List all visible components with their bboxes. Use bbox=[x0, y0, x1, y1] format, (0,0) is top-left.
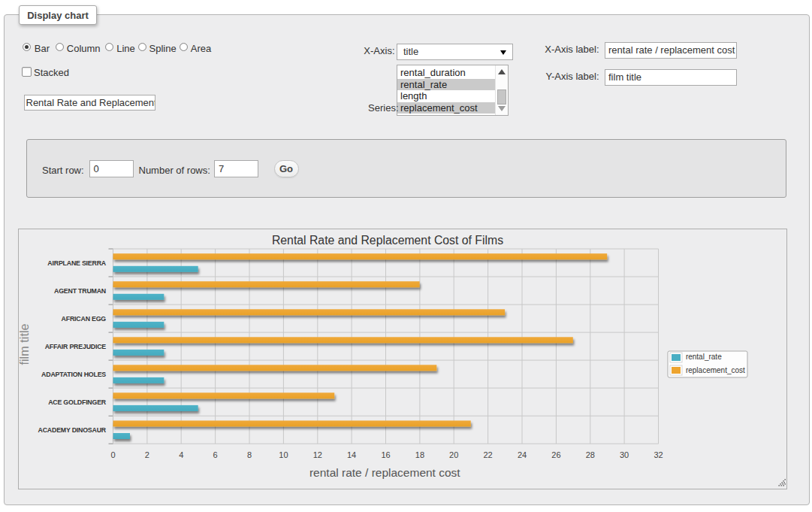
svg-text:8: 8 bbox=[247, 450, 252, 459]
svg-text:AIRPLANE SIERRA: AIRPLANE SIERRA bbox=[47, 259, 106, 267]
svg-text:32: 32 bbox=[654, 450, 663, 459]
svg-text:ADAPTATION HOLES: ADAPTATION HOLES bbox=[41, 371, 106, 378]
svg-text:18: 18 bbox=[415, 450, 424, 459]
svg-text:rental_rate: rental_rate bbox=[686, 353, 722, 361]
svg-text:AFFAIR PREJUDICE: AFFAIR PREJUDICE bbox=[45, 343, 107, 350]
svg-text:28: 28 bbox=[586, 450, 595, 459]
svg-text:0: 0 bbox=[110, 450, 115, 459]
svg-text:24: 24 bbox=[518, 450, 527, 459]
svg-text:4: 4 bbox=[179, 450, 183, 459]
svg-text:rental rate / replacement cost: rental rate / replacement cost bbox=[309, 466, 460, 479]
svg-text:film title: film title bbox=[19, 323, 31, 365]
svg-text:30: 30 bbox=[620, 450, 629, 459]
svg-text:AGENT TRUMAN: AGENT TRUMAN bbox=[54, 287, 106, 295]
svg-text:12: 12 bbox=[313, 450, 322, 459]
svg-text:Rental Rate and Replacement Co: Rental Rate and Replacement Cost of Film… bbox=[272, 234, 503, 247]
svg-text:ACADEMY DINOSAUR: ACADEMY DINOSAUR bbox=[38, 426, 107, 434]
svg-text:20: 20 bbox=[449, 450, 458, 459]
svg-text:2: 2 bbox=[145, 450, 149, 459]
svg-text:AFRICAN EGG: AFRICAN EGG bbox=[62, 315, 107, 323]
svg-text:22: 22 bbox=[483, 450, 492, 459]
svg-text:16: 16 bbox=[381, 450, 390, 459]
svg-text:replacement_cost: replacement_cost bbox=[686, 366, 745, 374]
svg-text:26: 26 bbox=[551, 450, 560, 459]
svg-text:6: 6 bbox=[213, 450, 218, 459]
svg-text:14: 14 bbox=[347, 450, 356, 459]
svg-text:10: 10 bbox=[279, 450, 288, 459]
svg-text:ACE GOLDFINGER: ACE GOLDFINGER bbox=[48, 398, 107, 406]
